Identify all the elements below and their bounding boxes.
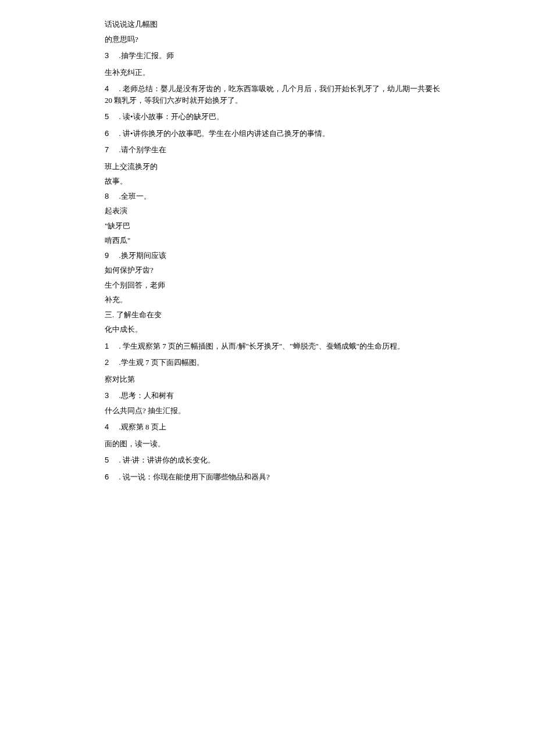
text-line: 的意思吗?	[105, 34, 535, 45]
item-text: . 学生观察第 7 页的三幅插图，从而/解"长牙换牙"、"蝉脱壳"、蚕蛹成蛾"的…	[119, 342, 405, 350]
item-text: . 讲·讲：讲讲你的成长变化。	[119, 456, 215, 464]
item-number: 4	[105, 421, 109, 433]
item-text: .换牙期间应该	[119, 251, 166, 260]
item-text: . 老师总结：婴儿是没有牙齿的，吃东西靠吸吮，几个月后，我们开始长乳牙了，幼儿期…	[105, 84, 440, 105]
item-number: 5	[105, 454, 109, 466]
item-number: 6	[105, 128, 109, 139]
numbered-item: 6 . 讲•讲你换牙的小故事吧。学生在小组内讲述自己换牙的事情。	[105, 128, 535, 139]
text-line: 故事。	[105, 175, 535, 187]
text-line: "缺牙巴	[105, 220, 535, 232]
numbered-item: 1 . 学生观察第 7 页的三幅插图，从而/解"长牙换牙"、"蝉脱壳"、蚕蛹成蛾…	[105, 341, 535, 352]
text-line: 话说说这几幅图	[105, 19, 535, 30]
item-text: . 讲•讲你换牙的小故事吧。学生在小组内讲述自己换牙的事情。	[119, 129, 329, 138]
item-text: .观察第 8 页上	[119, 422, 166, 431]
item-text: . 读•读小故事：开心的缺牙巴。	[119, 112, 223, 121]
text-line: 三. 了解生命在变	[105, 309, 535, 321]
item-number: 4	[105, 83, 109, 95]
text-line: 啃西瓜"	[105, 235, 535, 246]
numbered-item: 4 .观察第 8 页上	[105, 421, 535, 433]
text-line: 补充。	[105, 294, 535, 306]
text-line: 察对比第	[105, 374, 535, 385]
item-text: .全班一。	[119, 192, 151, 200]
text-line: 什么共同点? 抽生汇报。	[105, 405, 535, 417]
item-text: . 说一说：你现在能使用下面哪些物品和器具?	[119, 472, 269, 481]
text-line: 起表演	[105, 205, 535, 217]
item-text: .思考：人和树有	[119, 391, 173, 400]
item-text: .学生观 7 页下面四幅图。	[119, 358, 204, 367]
numbered-item: 5 . 读•读小故事：开心的缺牙巴。	[105, 111, 535, 123]
item-number: 9	[105, 250, 109, 261]
text-line: 如何保护牙齿?	[105, 264, 535, 276]
item-number: 2	[105, 357, 109, 368]
text-line: 生个别回答，老师	[105, 280, 535, 291]
numbered-item: 8 .全班一。	[105, 191, 535, 202]
numbered-item: 2 .学生观 7 页下面四幅图。	[105, 357, 535, 368]
item-number: 6	[105, 471, 109, 483]
numbered-item: 3 .抽学生汇报。师	[105, 50, 535, 62]
item-number: 5	[105, 111, 109, 123]
numbered-item: 9 .换牙期间应该	[105, 250, 535, 261]
numbered-item: 4 . 老师总结：婴儿是没有牙齿的，吃东西靠吸吮，几个月后，我们开始长乳牙了，幼…	[105, 83, 442, 106]
item-text: .请个别学生在	[119, 145, 166, 154]
numbered-item: 7 .请个别学生在	[105, 144, 535, 156]
item-number: 8	[105, 191, 109, 202]
item-number: 1	[105, 341, 109, 352]
numbered-item: 3 .思考：人和树有	[105, 390, 535, 402]
text-line: 生补充纠正。	[105, 67, 535, 78]
item-number: 3	[105, 50, 109, 62]
text-line: 班上交流换牙的	[105, 161, 535, 173]
numbered-item: 6 . 说一说：你现在能使用下面哪些物品和器具?	[105, 471, 535, 483]
item-text: .抽学生汇报。师	[119, 51, 173, 60]
text-line: 化中成长。	[105, 324, 535, 335]
item-number: 3	[105, 390, 109, 402]
text-line: 面的图，读一读。	[105, 438, 535, 450]
numbered-item: 5 . 讲·讲：讲讲你的成长变化。	[105, 454, 535, 466]
item-number: 7	[105, 144, 109, 156]
